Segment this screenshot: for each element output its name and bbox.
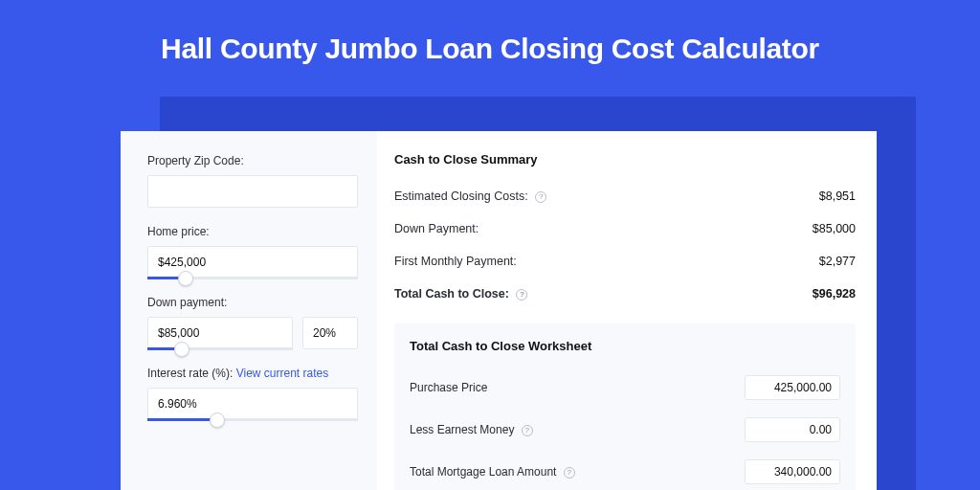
calculator-card: Property Zip Code: Home price: Down paym… bbox=[121, 131, 877, 490]
down-payment-slider[interactable] bbox=[147, 317, 293, 349]
summary-total-label: Total Cash to Close: bbox=[394, 287, 509, 301]
interest-label: Interest rate (%): View current rates bbox=[147, 367, 358, 380]
summary-heading: Cash to Close Summary bbox=[394, 145, 856, 180]
summary-row-value: $85,000 bbox=[813, 222, 856, 235]
home-price-label: Home price: bbox=[147, 225, 358, 238]
summary-row: First Monthly Payment: $2,977 bbox=[394, 245, 856, 278]
summary-total-value: $96,928 bbox=[813, 287, 856, 301]
interest-label-text: Interest rate (%): bbox=[147, 367, 236, 380]
summary-row-label: First Monthly Payment: bbox=[394, 255, 517, 268]
worksheet-heading: Total Cash to Close Worksheet bbox=[410, 331, 840, 367]
inputs-panel: Property Zip Code: Home price: Down paym… bbox=[121, 131, 377, 490]
summary-row: Down Payment: $85,000 bbox=[394, 212, 856, 245]
view-rates-link[interactable]: View current rates bbox=[236, 367, 329, 380]
slider-fill bbox=[147, 418, 217, 421]
worksheet-row-label: Total Mortgage Loan Amount bbox=[410, 465, 556, 479]
down-payment-field: Down payment: bbox=[147, 296, 358, 349]
home-price-field: Home price: bbox=[147, 225, 358, 278]
summary-row-label: Down Payment: bbox=[394, 222, 479, 235]
help-icon[interactable]: ? bbox=[516, 289, 527, 301]
worksheet-row-label: Less Earnest Money bbox=[410, 423, 514, 436]
help-icon[interactable]: ? bbox=[564, 467, 575, 479]
interest-field: Interest rate (%): View current rates bbox=[147, 367, 358, 420]
summary-row-value: $2,977 bbox=[819, 255, 856, 268]
worksheet-row: Purchase Price bbox=[410, 367, 840, 409]
page-title: Hall County Jumbo Loan Closing Cost Calc… bbox=[0, 0, 980, 88]
worksheet-row-input[interactable] bbox=[745, 375, 840, 400]
summary-row-value: $8,951 bbox=[819, 189, 856, 203]
results-panel: Cash to Close Summary Estimated Closing … bbox=[377, 131, 877, 490]
worksheet-row-input[interactable] bbox=[745, 459, 840, 484]
down-payment-pct-input[interactable] bbox=[302, 317, 358, 349]
worksheet-section: Total Cash to Close Worksheet Purchase P… bbox=[394, 323, 856, 490]
zip-input[interactable] bbox=[147, 175, 358, 208]
worksheet-row-label: Purchase Price bbox=[410, 381, 487, 394]
home-price-slider[interactable] bbox=[147, 246, 358, 278]
slider-thumb[interactable] bbox=[174, 342, 189, 357]
slider-thumb[interactable] bbox=[210, 412, 225, 428]
down-payment-input[interactable] bbox=[147, 317, 293, 349]
zip-label: Property Zip Code: bbox=[147, 154, 358, 167]
worksheet-row: Less Earnest Money ? bbox=[410, 409, 840, 451]
worksheet-row-input[interactable] bbox=[745, 417, 840, 442]
worksheet-row: Total Mortgage Loan Amount ? bbox=[410, 451, 840, 490]
summary-section: Cash to Close Summary Estimated Closing … bbox=[394, 145, 856, 310]
summary-row-label: Estimated Closing Costs: bbox=[394, 189, 528, 203]
slider-thumb[interactable] bbox=[178, 271, 193, 286]
zip-field: Property Zip Code: bbox=[147, 154, 358, 208]
help-icon[interactable]: ? bbox=[522, 425, 533, 436]
summary-row: Estimated Closing Costs: ? $8,951 bbox=[394, 180, 856, 212]
interest-input[interactable] bbox=[147, 388, 358, 420]
help-icon[interactable]: ? bbox=[535, 191, 546, 203]
interest-slider[interactable] bbox=[147, 388, 358, 420]
summary-total-row: Total Cash to Close: ? $96,928 bbox=[394, 278, 856, 310]
down-payment-label: Down payment: bbox=[147, 296, 358, 309]
